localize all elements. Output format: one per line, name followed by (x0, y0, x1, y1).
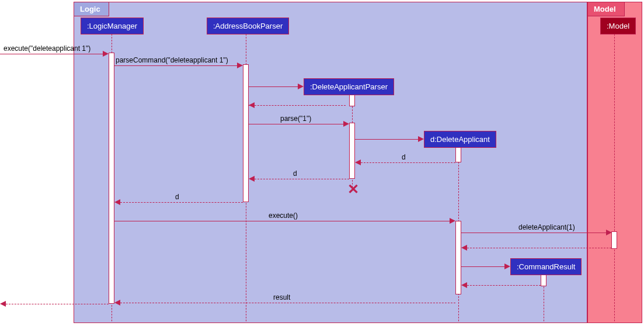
logic-title: Logic (74, 2, 109, 16)
destroy-dap: ✕ (347, 181, 359, 197)
msg-returnd2-label: d (293, 169, 297, 178)
activation-da-2 (455, 221, 461, 294)
msg-create-cr-head (504, 263, 510, 269)
participant-address-book-parser: :AddressBookParser (207, 18, 289, 34)
msg-create-dap-line (249, 86, 299, 87)
msg-returnd1-line (361, 162, 455, 163)
msg-execute1-line (0, 54, 104, 54)
msg-returnd3-head (114, 199, 120, 205)
msg-parse1-line (249, 124, 344, 124)
msg-parsecommand-label: parseCommand("deleteapplicant 1") (116, 56, 228, 64)
model-container: Model (587, 2, 642, 323)
msg-parse1-label: parse("1") (280, 115, 311, 123)
msg-execute2-head (450, 218, 455, 224)
msg-result-label: result (273, 293, 290, 301)
participant-model: :Model (600, 18, 636, 34)
msg-finalret-line (6, 304, 109, 304)
msg-create-da-line (355, 139, 419, 140)
msg-create-da-head (418, 136, 424, 142)
msg-execute2-label: execute() (269, 211, 298, 220)
msg-execute1-label: execute("deleteapplicant 1") (4, 44, 90, 53)
activation-logic-manager (109, 53, 114, 304)
msg-execute2-line (114, 221, 451, 221)
msg-create-cr-ret-head (461, 282, 467, 288)
msg-deleteapp-ret (467, 248, 611, 248)
msg-execute1-head (103, 51, 109, 57)
activation-model (611, 231, 617, 249)
msg-result-head (114, 300, 120, 306)
participant-delete-applicant-parser: :DeleteApplicantParser (304, 78, 394, 95)
msg-finalret-head (0, 301, 6, 307)
msg-create-cr-ret (467, 285, 541, 286)
msg-create-dap-ret (249, 105, 346, 106)
activation-dap-2 (349, 123, 355, 179)
msg-returnd2-head (249, 176, 255, 182)
msg-returnd1-head (355, 159, 361, 165)
msg-parsecommand-line (114, 65, 238, 66)
msg-create-cr-line (461, 266, 506, 267)
msg-returnd3-line (120, 202, 243, 203)
msg-parse1-head (343, 121, 349, 127)
participant-command-result: :CommandResult (510, 258, 582, 275)
msg-returnd3-label: d (175, 193, 179, 201)
msg-create-dap-ret-head (249, 102, 255, 108)
msg-deleteapp-label: deleteApplicant(1) (518, 223, 575, 231)
participant-logic-manager: :LogicManager (81, 18, 144, 34)
participant-delete-applicant: d:DeleteApplicant (424, 131, 496, 148)
lifeline-model (614, 34, 615, 321)
activation-address-book-parser (243, 64, 249, 202)
msg-deleteapp-line (461, 233, 607, 233)
msg-create-dap-head (298, 84, 304, 89)
msg-result-line (120, 303, 455, 303)
msg-returnd2-line (255, 179, 349, 179)
model-title: Model (588, 2, 625, 16)
msg-parsecommand-head (237, 63, 243, 68)
msg-deleteapp-ret-head (461, 245, 467, 251)
msg-returnd1-label: d (402, 153, 406, 161)
